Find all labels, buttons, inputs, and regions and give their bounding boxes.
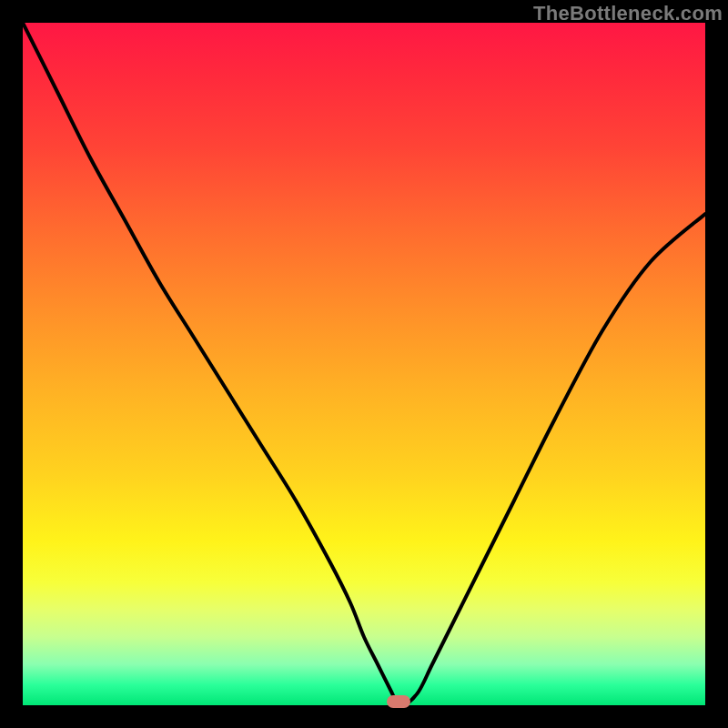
optimal-point-marker bbox=[387, 695, 410, 708]
plot-gradient-background bbox=[23, 23, 705, 705]
chart-frame: TheBottleneck.com bbox=[0, 0, 728, 728]
